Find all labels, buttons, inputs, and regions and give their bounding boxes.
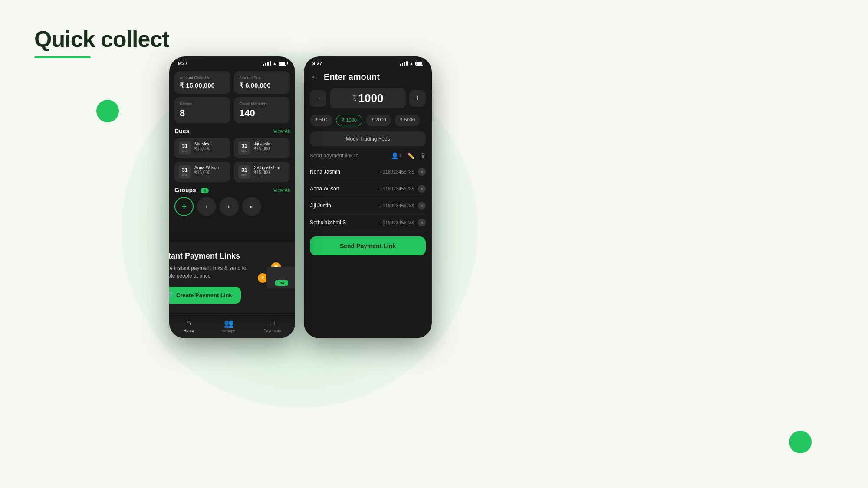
amount-input-row: − ₹ 1000 +	[304, 88, 432, 108]
due-item-3: 31 Mar Anna Wilson ₹15,000	[174, 162, 230, 182]
contact-remove-2[interactable]: ✕	[418, 185, 426, 193]
bottom-nav: ⌂ Home 👥 Groups □ Payments	[169, 314, 295, 338]
due-date-1: 31 Mar	[179, 141, 191, 155]
groups-view-all[interactable]: View All	[273, 187, 290, 193]
groups-badge: 8	[201, 188, 209, 193]
group-circle-i[interactable]: i	[197, 197, 216, 216]
add-group-button[interactable]: +	[174, 197, 194, 216]
create-payment-link-button[interactable]: 🔗 Create Payment Link	[169, 287, 241, 304]
overlay-title: Instant Payment Links	[169, 252, 260, 261]
contact-name-2: Anna Wilson	[310, 186, 339, 192]
group-circle-iii[interactable]: iii	[242, 197, 261, 216]
delete-icon[interactable]: 🗑	[420, 152, 426, 159]
nav-groups[interactable]: 👥 Groups	[222, 318, 235, 333]
nav-groups-label: Groups	[222, 329, 235, 333]
amount-chip-5000[interactable]: ₹ 5000	[395, 115, 420, 126]
nav-home-label: Home	[184, 328, 194, 333]
title-underline	[34, 56, 91, 58]
amount-chip-1000[interactable]: ₹ 1000	[336, 115, 362, 126]
status-bar-1: 9:27 ▲	[169, 56, 295, 68]
contact-phone-3: +918923456789	[380, 203, 414, 208]
contact-remove-4[interactable]: ✕	[418, 219, 426, 226]
contact-phone-4: +918923456789	[380, 220, 414, 225]
quick-amounts: ₹ 500 ₹ 1000 ₹ 2000 ₹ 5000	[304, 115, 432, 126]
phone2-header: ← Enter amount	[304, 68, 432, 88]
contact-row-4: Sethulakshmi S +918923456789 ✕	[310, 214, 426, 231]
mock-trading-fees-button[interactable]: Mock Trading Fees	[310, 131, 426, 146]
due-amount-2: ₹15,000	[254, 146, 272, 151]
status-bar-2: 9:27 ▲	[304, 56, 432, 68]
amount-collected-label: Amount Collected	[180, 75, 225, 80]
dues-header: Dues View All	[174, 128, 290, 134]
due-day-2: 31	[241, 143, 248, 149]
overlay-description: Create instant payment links & send to m…	[169, 264, 260, 280]
due-amount-1: ₹15,000	[194, 146, 210, 151]
due-month-4: Mar	[241, 173, 248, 177]
due-month-3: Mar	[181, 173, 188, 177]
link-actions: 👤+ ✏️ 🗑	[391, 152, 426, 159]
minus-button[interactable]: −	[310, 90, 326, 107]
due-item-4: 31 Mar Sethulakshmi ₹15,000	[234, 162, 290, 182]
contact-row-3: Jiji Justin +918923456789 ✕	[310, 197, 426, 214]
create-btn-label: Create Payment Link	[176, 292, 232, 298]
pay-button-mock: PAY	[275, 280, 288, 286]
contact-right-3: +918923456789 ✕	[380, 202, 426, 210]
nav-home[interactable]: ⌂ Home	[184, 318, 194, 333]
groups-label: Groups	[180, 102, 225, 106]
contact-name-1: Neha Jasmin	[310, 169, 340, 175]
add-contact-icon[interactable]: 👤+	[391, 152, 402, 159]
group-members-value: 140	[239, 108, 285, 119]
signal-icon	[263, 61, 271, 66]
due-item-2: 31 Mar Jiji Justin ₹15,000	[234, 138, 290, 158]
due-date-3: 31 Mar	[179, 165, 191, 179]
amount-due-label: Amount Due	[239, 75, 285, 80]
phone-content-1: Amount Collected ₹ 15,00,000 Amount Due …	[169, 68, 295, 219]
amount-due-card: Amount Due ₹ 6,00,000	[234, 71, 290, 94]
status-icons-1: ▲	[263, 61, 286, 66]
group-members-card: Group Members 140	[234, 97, 290, 123]
due-date-2: 31 Mar	[238, 141, 250, 155]
contact-remove-1[interactable]: ✕	[418, 168, 426, 176]
due-item-1: 31 Mar Maryliya ₹15,000	[174, 138, 230, 158]
back-button[interactable]: ←	[311, 72, 319, 82]
due-day-1: 31	[181, 143, 188, 149]
time-2: 9:27	[312, 61, 322, 66]
payment-overlay: Instant Payment Links Create instant pay…	[169, 242, 295, 313]
send-link-title: Send payment link to	[310, 153, 358, 159]
wifi-icon: ▲	[273, 61, 277, 66]
contact-phone-2: +918923456789	[380, 186, 414, 191]
battery-icon	[279, 62, 286, 66]
contact-row-2: Anna Wilson +918923456789 ✕	[310, 180, 426, 197]
due-info-3: Anna Wilson ₹15,000	[194, 165, 219, 175]
home-icon: ⌂	[186, 318, 191, 328]
time-1: 9:27	[178, 61, 187, 66]
due-name-3: Anna Wilson	[194, 165, 219, 170]
link-icon: 🔗	[169, 292, 173, 298]
amount-input-box[interactable]: ₹ 1000	[330, 88, 406, 108]
due-day-3: 31	[181, 167, 188, 173]
edit-icon[interactable]: ✏️	[407, 152, 414, 159]
enter-amount-title: Enter amount	[324, 72, 380, 82]
phones-container: 9:27 ▲ Amount Collected ₹ 15,00,000	[169, 56, 432, 338]
send-payment-link-button[interactable]: Send Payment Link	[310, 236, 426, 255]
plus-button[interactable]: +	[409, 90, 426, 107]
page-title-section: Quick collect	[34, 26, 169, 58]
group-circle-ii[interactable]: ii	[220, 197, 239, 216]
decorative-circle-right	[789, 431, 812, 453]
nav-payments[interactable]: □ Payments	[263, 318, 281, 333]
due-name-1: Maryliya	[194, 141, 210, 146]
amount-chip-500[interactable]: ₹ 500	[310, 115, 332, 126]
send-link-header: Send payment link to 👤+ ✏️ 🗑	[310, 152, 426, 159]
groups-icon: 👥	[224, 318, 233, 328]
nav-payments-label: Payments	[263, 328, 281, 333]
battery-icon-2	[415, 62, 423, 66]
amount-chip-2000[interactable]: ₹ 2000	[366, 115, 391, 126]
dues-view-all[interactable]: View All	[273, 128, 290, 134]
phone-2: 9:27 ▲ ← Enter amount −	[304, 56, 432, 338]
contact-right-2: +918923456789 ✕	[380, 185, 426, 193]
contact-remove-3[interactable]: ✕	[418, 202, 426, 210]
amount-collected-value: ₹ 15,00,000	[180, 82, 225, 89]
dues-title: Dues	[174, 128, 189, 134]
groups-card: Groups 8	[174, 97, 230, 123]
signal-icon-2	[400, 61, 408, 66]
